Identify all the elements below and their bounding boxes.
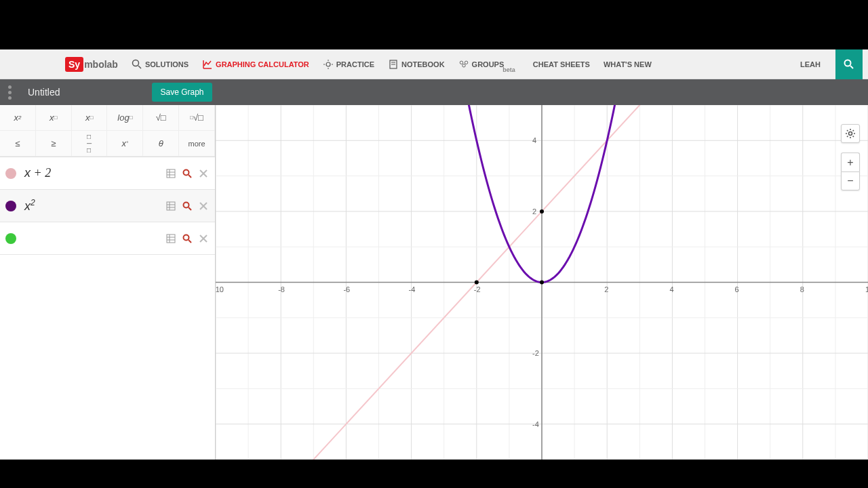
svg-text:-4: -4 bbox=[409, 285, 416, 293]
svg-text:4: 4 bbox=[532, 136, 536, 144]
nav-notebook[interactable]: NOTEBOOK bbox=[382, 55, 450, 74]
svg-text:-2: -2 bbox=[532, 349, 539, 357]
zoom-in-button[interactable]: + bbox=[841, 152, 860, 171]
expression-sidebar: x2 x□ x□ log□ √□ □√□ ≤ ≥ □─□ x° θ more x… bbox=[0, 105, 216, 460]
svg-line-14 bbox=[850, 66, 853, 68]
svg-text:-10: -10 bbox=[216, 285, 224, 293]
svg-text:-6: -6 bbox=[343, 285, 350, 293]
key-geq[interactable]: ≥ bbox=[36, 131, 72, 157]
beta-badge: beta bbox=[502, 66, 515, 73]
svg-line-36 bbox=[189, 240, 191, 243]
key-nthroot[interactable]: □√□ bbox=[179, 105, 215, 131]
key-fraction[interactable]: □─□ bbox=[72, 131, 108, 157]
nav-right: LEAH bbox=[791, 49, 863, 79]
svg-text:8: 8 bbox=[800, 285, 804, 293]
nav-cheat-sheets[interactable]: CHEAT SHEETS bbox=[528, 56, 595, 73]
delete-icon[interactable] bbox=[197, 167, 210, 180]
delete-icon[interactable] bbox=[197, 232, 210, 245]
svg-point-27 bbox=[184, 202, 189, 207]
nav-label: NOTEBOOK bbox=[401, 60, 445, 68]
svg-point-91 bbox=[540, 281, 544, 285]
svg-line-28 bbox=[189, 207, 191, 210]
search-icon bbox=[844, 59, 854, 70]
gear-icon bbox=[845, 128, 856, 139]
svg-rect-15 bbox=[167, 169, 175, 178]
svg-point-10 bbox=[460, 61, 462, 64]
user-name[interactable]: LEAH bbox=[791, 60, 830, 68]
svg-text:-2: -2 bbox=[474, 285, 481, 293]
nav-label: PRACTICE bbox=[336, 60, 374, 68]
nav-whats-new[interactable]: WHAT'S NEW bbox=[598, 56, 657, 73]
table-icon[interactable] bbox=[165, 200, 177, 212]
notebook-icon bbox=[388, 59, 399, 70]
nav-links: SOLUTIONS GRAPHING CALCULATOR PRACTICE N… bbox=[126, 55, 791, 74]
key-more[interactable]: more bbox=[179, 131, 215, 157]
logo-text: mbolab bbox=[84, 59, 118, 70]
svg-point-12 bbox=[462, 64, 465, 66]
menu-dots-icon[interactable] bbox=[8, 85, 12, 100]
svg-point-39 bbox=[849, 132, 852, 136]
math-keypad: x2 x□ x□ log□ √□ □√□ ≤ ≥ □─□ x° θ more bbox=[0, 105, 215, 157]
nav-label: GROUPS bbox=[472, 60, 505, 68]
logo[interactable]: Sy mbolab bbox=[65, 57, 118, 72]
expression-row[interactable]: x2 bbox=[0, 190, 215, 222]
nav-label: GRAPHING CALCULATOR bbox=[216, 60, 309, 68]
nav-practice[interactable]: PRACTICE bbox=[317, 55, 380, 74]
svg-point-90 bbox=[540, 209, 544, 214]
settings-button[interactable] bbox=[841, 124, 860, 143]
expression-list: x + 2 x2 bbox=[0, 157, 215, 460]
graph-title[interactable]: Untitled bbox=[28, 87, 60, 98]
key-theta[interactable]: θ bbox=[143, 131, 179, 157]
svg-text:2: 2 bbox=[532, 207, 536, 216]
svg-text:-4: -4 bbox=[532, 420, 539, 428]
global-search-button[interactable] bbox=[835, 49, 863, 79]
analyze-icon[interactable] bbox=[181, 167, 193, 180]
analyze-icon[interactable] bbox=[181, 232, 193, 245]
svg-point-35 bbox=[184, 235, 189, 240]
color-swatch[interactable] bbox=[5, 168, 16, 179]
nav-label: CHEAT SHEETS bbox=[533, 60, 590, 68]
key-sqrt[interactable]: √□ bbox=[143, 105, 179, 131]
nav-graphing-calculator[interactable]: GRAPHING CALCULATOR bbox=[197, 55, 315, 74]
top-navigation: Sy mbolab SOLUTIONS GRAPHING CALCULATOR … bbox=[0, 49, 868, 79]
nav-label: SOLUTIONS bbox=[145, 60, 189, 68]
nav-solutions[interactable]: SOLUTIONS bbox=[126, 55, 194, 74]
search-icon bbox=[132, 59, 142, 70]
expression-input[interactable]: x + 2 bbox=[24, 166, 165, 180]
table-icon[interactable] bbox=[165, 167, 177, 180]
graph-icon bbox=[202, 59, 213, 70]
graph-controls: + − bbox=[841, 124, 860, 190]
color-swatch[interactable] bbox=[5, 233, 16, 244]
analyze-icon[interactable] bbox=[181, 200, 193, 212]
key-degree[interactable]: x° bbox=[107, 131, 143, 157]
svg-point-0 bbox=[132, 60, 138, 66]
nav-label: WHAT'S NEW bbox=[604, 60, 652, 68]
svg-line-1 bbox=[138, 66, 141, 68]
expression-row[interactable]: x + 2 bbox=[0, 157, 215, 190]
color-swatch[interactable] bbox=[5, 201, 16, 211]
expression-row[interactable] bbox=[0, 222, 215, 255]
svg-text:4: 4 bbox=[669, 285, 673, 293]
svg-point-89 bbox=[475, 281, 479, 285]
graph-canvas[interactable]: + − -10-8-6-4-2246810-4-224 bbox=[216, 105, 868, 460]
delete-icon[interactable] bbox=[197, 200, 210, 212]
save-graph-button[interactable]: Save Graph bbox=[152, 83, 212, 102]
table-icon[interactable] bbox=[165, 232, 177, 245]
graph-toolbar: Untitled Save Graph bbox=[0, 79, 868, 105]
svg-text:2: 2 bbox=[604, 285, 608, 293]
zoom-out-button[interactable]: − bbox=[841, 171, 860, 190]
svg-point-2 bbox=[326, 62, 330, 66]
expression-input[interactable]: x2 bbox=[24, 198, 165, 214]
lightbulb-icon bbox=[323, 59, 334, 70]
key-x-power[interactable]: x□ bbox=[36, 105, 72, 131]
svg-point-19 bbox=[184, 169, 189, 175]
key-log[interactable]: log□ bbox=[107, 105, 143, 131]
key-leq[interactable]: ≤ bbox=[0, 131, 36, 157]
svg-point-11 bbox=[465, 61, 467, 64]
key-x-sub[interactable]: x□ bbox=[72, 105, 108, 131]
svg-rect-31 bbox=[167, 235, 175, 243]
groups-icon bbox=[458, 59, 469, 70]
key-x-squared[interactable]: x2 bbox=[0, 105, 36, 131]
nav-groups[interactable]: GROUPS beta bbox=[453, 55, 525, 74]
svg-point-13 bbox=[845, 60, 851, 66]
